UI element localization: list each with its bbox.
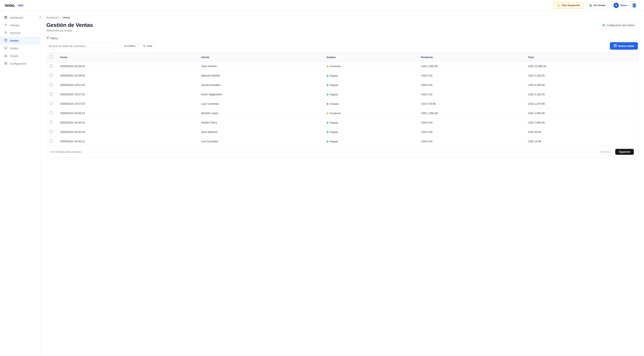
row-select-3[interactable]: [50, 93, 52, 96]
row-fecha-7: 26/09/2024 18:55:39: [56, 127, 197, 137]
sidebar-item-configuracion[interactable]: Configuración: [0, 60, 40, 68]
module-config-button[interactable]: ⚙️ Configuración del módulo: [599, 22, 638, 28]
sidebar-item-servicios[interactable]: Servicios: [0, 29, 40, 37]
col-total: Total: [524, 53, 638, 62]
ventas-table: Fecha Cliente Estatus Pendiente Total 26…: [46, 53, 638, 146]
row-estatus-4: Anulada: [323, 99, 417, 109]
row-checkbox-7: [46, 127, 56, 137]
row-select-2[interactable]: [50, 83, 52, 86]
sidebar-item-dashboard[interactable]: Dashboard: [0, 14, 40, 22]
plan-icon: 🏷️: [557, 4, 560, 7]
select-all-checkbox[interactable]: [50, 56, 52, 58]
sidebar-item-clientes[interactable]: Clientes: [0, 22, 40, 29]
row-total-5: USD 1,050.00: [524, 109, 638, 118]
next-page-button[interactable]: Siguiente: [615, 149, 634, 155]
col-checkbox: [46, 53, 56, 62]
row-pendiente-3: USD 0.00: [417, 90, 524, 99]
row-pendiente-1: USD 0.00: [417, 71, 524, 80]
row-select-4[interactable]: [50, 102, 52, 105]
table-row[interactable]: 26/09/2024 18:57:25 Victor Sagastume Pag…: [46, 90, 638, 99]
status-dot-2: [327, 84, 328, 86]
table-row[interactable]: 26/09/2024 18:57:44 Jessica Rosales Paga…: [46, 80, 638, 90]
sidebar-item-ventas[interactable]: Ventas: [0, 37, 40, 45]
svg-point-4: [5, 24, 6, 25]
breadcrumb-parent[interactable]: Dashboard: [46, 16, 59, 19]
row-fecha-5: 26/09/2024 18:56:33: [56, 109, 197, 118]
beta-badge: Beta: [17, 4, 24, 7]
vista-filter-button[interactable]: ⇅ Vista: [140, 43, 155, 49]
logo[interactable]: noou.: [4, 3, 15, 8]
row-select-7[interactable]: [50, 130, 52, 133]
ventas-icon: [4, 39, 8, 43]
sidebar-toggle-button[interactable]: ❯: [38, 15, 42, 19]
status-dot-3: [327, 94, 328, 95]
row-select-1[interactable]: [50, 74, 52, 77]
row-select-6[interactable]: [50, 121, 52, 124]
row-select-5[interactable]: [50, 111, 52, 114]
configuracion-icon: [4, 62, 8, 66]
row-fecha-8: 26/09/2024 18:55:31: [56, 137, 197, 146]
filters-label: Filtros:: [46, 37, 638, 40]
svg-rect-3: [6, 18, 7, 19]
logo-text: noou.: [4, 3, 15, 8]
row-estatus-2: Pagada: [323, 80, 417, 90]
nueva-venta-button[interactable]: Nueva venta: [610, 42, 638, 50]
previous-page-button[interactable]: Anterior: [597, 149, 614, 155]
servicios-icon: [4, 31, 8, 35]
table-row[interactable]: 26/09/2024 18:55:31 Luis Gonzales Pagada…: [46, 137, 638, 146]
page-title: Gestión de Ventas: [46, 22, 93, 28]
svg-point-8: [5, 63, 6, 64]
plan-label: Plan Expansión: [562, 4, 580, 7]
row-pendiente-0: USD 1,995.00: [417, 62, 524, 71]
svg-rect-0: [4, 16, 6, 17]
row-estatus-7: Pagada: [323, 127, 417, 137]
page-header: Gestión de Ventas Administra tus ventas.…: [46, 22, 638, 32]
status-text-7: Pagada: [330, 131, 338, 134]
sidebar-label-ventas: Ventas: [10, 39, 18, 42]
estatus-filter-button[interactable]: ⊕ Estatus: [121, 43, 138, 49]
status-text-0: Pendiente: [330, 65, 341, 68]
row-select-8[interactable]: [50, 140, 52, 143]
search-input[interactable]: [46, 43, 119, 50]
user-menu-button[interactable]: N Noou. ▾ 👤: [611, 2, 640, 9]
user-avatar: N: [614, 3, 619, 8]
main-layout: ❯ Dashboard Clientes Servicios Ventas: [0, 11, 644, 356]
sliders-icon: ⇅: [143, 45, 145, 47]
row-fecha-4: 26/09/2024 18:57:03: [56, 99, 197, 109]
row-checkbox-6: [46, 118, 56, 127]
row-fecha-1: 26/09/2024 18:58:00: [56, 71, 197, 80]
row-checkbox-5: [46, 109, 56, 118]
row-cliente-6: Andres Parra: [197, 118, 323, 127]
table-row[interactable]: 26/09/2024 18:59:18 Jose Herrera Pendien…: [46, 62, 638, 71]
sidebar-item-gastos[interactable]: Gastos: [0, 45, 40, 52]
sidebar-label-configuracion: Configuración: [10, 62, 26, 65]
ver-tienda-button[interactable]: 🏪 Ver tienda: [586, 2, 609, 8]
gastos-icon: [4, 47, 8, 50]
table-row[interactable]: 26/09/2024 18:56:33 Michael Lopez Pendie…: [46, 109, 638, 118]
row-checkbox-1: [46, 71, 56, 80]
row-select-0[interactable]: [50, 65, 52, 67]
ver-tienda-icon: 🏪: [589, 4, 592, 7]
col-estatus: Estatus: [323, 53, 417, 62]
ver-tienda-label: Ver tienda: [594, 4, 606, 7]
table-row[interactable]: 26/09/2024 18:55:39 Jose Martinez Pagada…: [46, 127, 638, 137]
svg-rect-1: [6, 16, 7, 17]
plan-expansion-button[interactable]: 🏷️ Plan Expansión: [554, 2, 584, 9]
status-text-4: Anulada: [330, 102, 339, 105]
table-row[interactable]: 26/09/2024 18:58:00 Manuel Galindo Pagad…: [46, 71, 638, 80]
filters-left: ⊕ Estatus ⇅ Vista: [46, 43, 155, 50]
status-dot-7: [327, 131, 328, 133]
status-dot-5: [327, 113, 328, 114]
table-row[interactable]: 26/09/2024 18:57:03 Luar Contreras Anula…: [46, 99, 638, 109]
row-cliente-1: Manuel Galindo: [197, 71, 323, 80]
chevron-down-icon: ▾: [629, 4, 630, 6]
page-subtitle: Administra tus ventas.: [46, 29, 93, 32]
col-fecha: Fecha: [56, 53, 197, 62]
sidebar-toggle-icon: ❯: [39, 16, 41, 18]
sidebar-item-tienda[interactable]: Tienda: [0, 52, 40, 60]
table-row[interactable]: 26/09/2024 18:56:18 Andres Parra Pagada …: [46, 118, 638, 127]
user-initials: N: [616, 4, 617, 7]
svg-rect-7: [4, 47, 7, 49]
user-name: Noou.: [620, 4, 628, 7]
vista-label: Vista: [146, 45, 152, 47]
